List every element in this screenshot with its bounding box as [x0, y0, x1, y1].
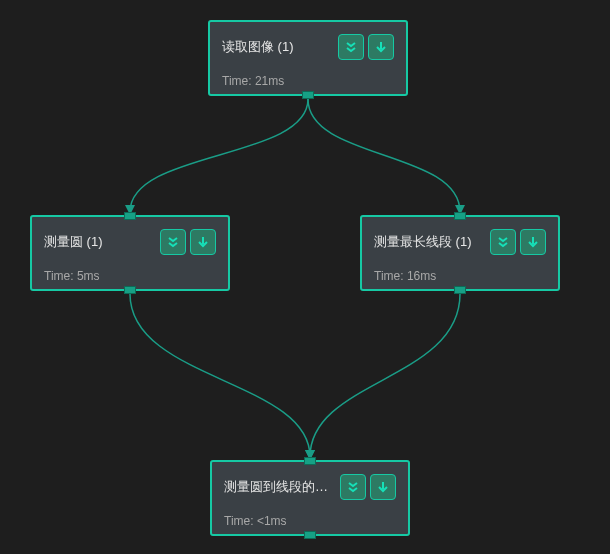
download-arrow-icon — [376, 480, 390, 494]
expand-button[interactable] — [160, 229, 186, 255]
node-measure-circle-to-segment[interactable]: 测量圆到线段的距… Time: <1ms — [210, 460, 410, 536]
double-chevron-down-icon — [166, 235, 180, 249]
expand-button[interactable] — [340, 474, 366, 500]
download-arrow-icon — [374, 40, 388, 54]
double-chevron-down-icon — [344, 40, 358, 54]
node-measure-longest-segment[interactable]: 测量最长线段 (1) Time: 16ms — [360, 215, 560, 291]
download-arrow-icon — [526, 235, 540, 249]
node-title: 测量最长线段 (1) — [374, 233, 472, 251]
expand-button[interactable] — [338, 34, 364, 60]
node-title: 测量圆到线段的距… — [224, 478, 340, 496]
download-button[interactable] — [520, 229, 546, 255]
download-arrow-icon — [196, 235, 210, 249]
node-title: 测量圆 (1) — [44, 233, 103, 251]
expand-button[interactable] — [490, 229, 516, 255]
port-in[interactable] — [304, 457, 316, 465]
double-chevron-down-icon — [496, 235, 510, 249]
port-in[interactable] — [454, 212, 466, 220]
node-time: Time: 16ms — [374, 269, 546, 283]
edge — [130, 99, 308, 212]
download-button[interactable] — [370, 474, 396, 500]
node-read-image[interactable]: 读取图像 (1) Time: 21ms — [208, 20, 408, 96]
node-time: Time: 5ms — [44, 269, 216, 283]
edge — [130, 294, 310, 457]
node-title: 读取图像 (1) — [222, 38, 294, 56]
double-chevron-down-icon — [346, 480, 360, 494]
port-out[interactable] — [304, 531, 316, 539]
graph-canvas[interactable]: 读取图像 (1) Time: 21ms — [0, 0, 610, 554]
download-button[interactable] — [368, 34, 394, 60]
node-time: Time: 21ms — [222, 74, 394, 88]
port-in[interactable] — [124, 212, 136, 220]
node-time: Time: <1ms — [224, 514, 396, 528]
download-button[interactable] — [190, 229, 216, 255]
port-out[interactable] — [302, 91, 314, 99]
edge — [310, 294, 460, 457]
port-out[interactable] — [454, 286, 466, 294]
port-out[interactable] — [124, 286, 136, 294]
edge — [308, 99, 460, 212]
node-measure-circle[interactable]: 测量圆 (1) Time: 5ms — [30, 215, 230, 291]
